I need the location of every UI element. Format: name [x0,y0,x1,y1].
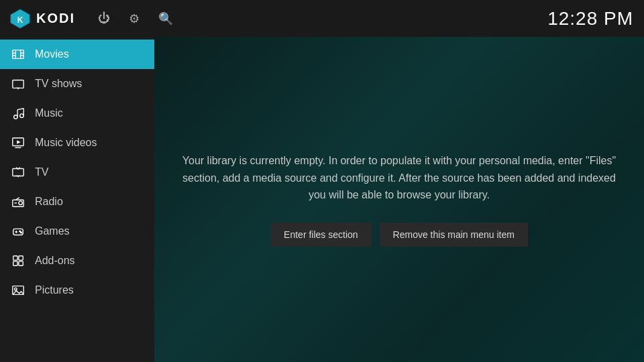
svg-rect-34 [13,256,17,260]
sidebar-item-tv[interactable]: TV [0,158,154,187]
sidebar-item-movies[interactable]: Movies [0,40,154,69]
svg-rect-20 [13,169,23,176]
svg-point-32 [19,231,21,232]
radio-icon [11,194,25,209]
svg-point-33 [21,232,22,233]
sidebar-item-music[interactable]: Music [0,99,154,128]
svg-text:K: K [17,15,23,25]
sidebar-item-pictures[interactable]: Pictures [0,276,154,305]
svg-point-12 [14,115,17,119]
svg-point-26 [19,201,22,204]
sidebar-item-label-tv-shows: TV shows [35,78,82,90]
action-buttons: Enter files section Remove this main men… [181,223,617,247]
music-videos-icon [11,135,25,150]
sidebar-item-games[interactable]: Games [0,217,154,246]
app-title: KODI [36,11,75,26]
empty-library-box: Your library is currently empty. In orde… [181,152,617,247]
sidebar: MoviesTV showsMusicMusic videosTVRadioGa… [0,37,154,362]
remove-menu-item-button[interactable]: Remove this main menu item [380,223,528,247]
power-icon[interactable]: ⏻ [98,11,110,25]
tv-shows-icon [11,76,25,91]
kodi-logo: K KODI [0,0,85,37]
settings-icon[interactable]: ⚙ [129,11,140,26]
music-icon [11,106,25,121]
top-bar: K KODI ⏻ ⚙ 🔍 12:28 PM [0,0,644,37]
svg-rect-2 [13,50,23,59]
games-icon [11,224,25,239]
svg-rect-37 [19,261,23,265]
main-content: MoviesTV showsMusicMusic videosTVRadioGa… [0,37,644,362]
sidebar-item-radio[interactable]: Radio [0,187,154,217]
svg-marker-19 [17,140,20,143]
top-bar-left: K KODI ⏻ ⚙ 🔍 [0,0,173,37]
sidebar-item-tv-shows[interactable]: TV shows [0,69,154,99]
add-ons-icon [11,253,25,268]
svg-line-16 [17,109,23,110]
sidebar-item-music-videos[interactable]: Music videos [0,128,154,158]
time-display: 12:28 PM [547,8,633,29]
search-icon[interactable]: 🔍 [158,11,173,26]
content-area: Your library is currently empty. In orde… [154,37,644,362]
movies-icon [11,47,25,62]
empty-library-message: Your library is currently empty. In orde… [181,152,617,204]
sidebar-item-label-movies: Movies [35,48,69,60]
sidebar-item-label-pictures: Pictures [35,284,74,296]
enter-files-button[interactable]: Enter files section [270,223,372,247]
pictures-icon [11,283,25,298]
tv-icon [11,165,25,180]
kodi-icon: K [9,8,31,29]
sidebar-item-label-music-videos: Music videos [35,137,97,149]
sidebar-item-label-add-ons: Add-ons [35,255,75,267]
sidebar-item-label-radio: Radio [35,196,63,208]
sidebar-item-label-tv: TV [35,166,48,178]
sidebar-item-label-games: Games [35,225,70,237]
svg-rect-9 [13,80,23,88]
svg-point-13 [20,114,23,117]
top-bar-icons: ⏻ ⚙ 🔍 [85,11,173,26]
svg-rect-36 [13,261,17,265]
sidebar-item-add-ons[interactable]: Add-ons [0,246,154,276]
sidebar-item-label-music: Music [35,107,63,119]
svg-rect-35 [19,256,23,260]
svg-point-39 [15,288,17,290]
